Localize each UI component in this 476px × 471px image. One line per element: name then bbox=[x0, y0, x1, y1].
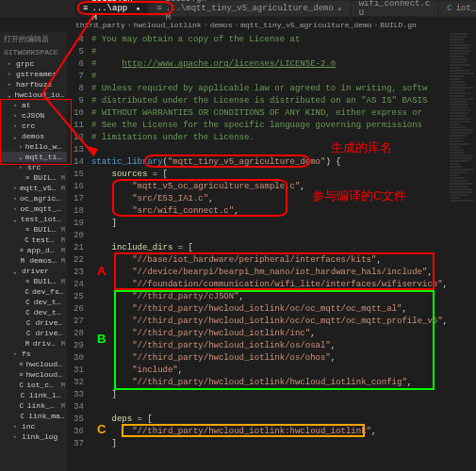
code-line[interactable]: "src/E53_IA1.c", bbox=[91, 193, 448, 205]
code-line[interactable]: "mqtt_v5_oc_agriculture_sample.c", bbox=[91, 181, 448, 193]
sidebar-item[interactable]: Cdriver.c bbox=[0, 317, 67, 328]
explorer-sidebar[interactable]: 打开的编辑器 GITWORKSPACE ›grpc›gstreamer›harf… bbox=[0, 32, 67, 471]
code-line[interactable]: # See the License for the specific langu… bbox=[91, 120, 448, 132]
sidebar-item[interactable]: ›src bbox=[0, 162, 67, 172]
sidebar-item[interactable]: ≡app_demo...M bbox=[0, 245, 67, 255]
code-content[interactable]: # You may obtain a copy of the License a… bbox=[88, 32, 448, 471]
breadcrumb-part[interactable]: mqtt_tiny_v5_agriculture_demo bbox=[240, 21, 371, 29]
code-line[interactable] bbox=[91, 401, 448, 414]
line-number: 12 bbox=[67, 132, 84, 144]
sidebar-item[interactable]: ⌄driver bbox=[0, 266, 67, 276]
sidebar-item[interactable]: ›inc bbox=[0, 421, 67, 431]
breadcrumb-part[interactable]: BUILD.gn bbox=[380, 21, 416, 29]
code-line[interactable]: "//third_party/hwcloud_iotlink/inc", bbox=[91, 328, 448, 340]
sidebar-item[interactable]: ›hello_world... bbox=[0, 141, 67, 152]
sidebar-item[interactable]: Cdev_test.c bbox=[0, 307, 67, 317]
code-line[interactable]: ] bbox=[91, 389, 448, 401]
code-line[interactable]: "//third_party/hwcloud_iotlink/hwcloud_i… bbox=[91, 377, 448, 389]
sidebar-item[interactable]: Clink_main.h bbox=[0, 411, 67, 421]
code-line[interactable]: deps = [ bbox=[91, 414, 448, 426]
code-line[interactable]: "//base/iot_hardware/peripheral/interfac… bbox=[91, 254, 448, 267]
open-editors-header[interactable]: 打开的编辑器 bbox=[0, 32, 67, 46]
sidebar-item[interactable]: ⌄hwcloud_iotlink bbox=[0, 89, 67, 100]
breadcrumb-part[interactable]: demos bbox=[209, 21, 232, 29]
code-line[interactable]: "//device/bearpi/bearpi_hm_nano/iot_hard… bbox=[91, 267, 448, 279]
sidebar-item[interactable]: ›fs bbox=[0, 349, 67, 359]
sidebar-item[interactable]: ›oc_mqtt_de... bbox=[0, 203, 67, 214]
workspace-header[interactable]: GITWORKSPACE bbox=[0, 46, 67, 58]
code-line[interactable]: ] bbox=[91, 438, 448, 450]
code-line[interactable]: # http://www.apache.org/licenses/LICENSE… bbox=[91, 58, 448, 71]
sidebar-item[interactable]: ›grpc bbox=[0, 58, 67, 69]
sidebar-item[interactable]: ›mqtt_v5_o...M bbox=[0, 183, 67, 193]
tab-build-gn-app[interactable]: ≡ BUILD.gn ...\app M ● bbox=[75, 1, 147, 16]
code-line[interactable]: sources = [ bbox=[91, 169, 448, 181]
sidebar-item-label: fs bbox=[22, 349, 31, 358]
sidebar-item[interactable]: Cdev_fs_test.c bbox=[0, 286, 67, 297]
sidebar-item[interactable]: ≡BUILD.gnM bbox=[0, 172, 67, 183]
sidebar-item-label: src bbox=[27, 163, 41, 171]
line-number: 21 bbox=[67, 242, 84, 254]
breadcrumb-part[interactable]: hwcloud_iotlink bbox=[134, 21, 202, 29]
sidebar-item[interactable]: ›harfbuzz bbox=[0, 79, 67, 89]
code-line[interactable]: "//third_party/hwcloud_iotlink/os/ohos", bbox=[91, 352, 448, 365]
sidebar-item[interactable]: ›at bbox=[0, 100, 67, 110]
code-line[interactable]: "//third_party/cJSON", bbox=[91, 291, 448, 303]
code-line[interactable]: # bbox=[91, 71, 448, 83]
tab-wifi-connect[interactable]: wifi_connect.c U bbox=[352, 1, 438, 16]
code-line[interactable]: # limitations under the License. bbox=[91, 132, 448, 144]
sidebar-item[interactable]: Clink_log.c bbox=[0, 390, 67, 400]
sidebar-item[interactable]: Ctest_main.cM bbox=[0, 235, 67, 245]
chevron-icon: › bbox=[8, 60, 13, 67]
sidebar-item[interactable]: Ciot_config.hM bbox=[0, 380, 67, 390]
code-line[interactable]: "//third_party/hwcloud_iotlink/oc/oc_mqt… bbox=[91, 303, 448, 316]
code-line[interactable]: "//foundation/communication/wifi_lite/in… bbox=[91, 279, 448, 291]
code-line[interactable]: # bbox=[91, 46, 448, 58]
code-line[interactable]: # You may obtain a copy of the License a… bbox=[91, 34, 448, 46]
code-line[interactable]: include_dirs = [ bbox=[91, 242, 448, 254]
tab-label: BUILD.gn ...\app M bbox=[91, 0, 132, 23]
chevron-icon: › bbox=[13, 205, 18, 212]
sidebar-item[interactable]: Mdemos.mkM bbox=[0, 255, 67, 266]
chevron-icon: ⌄ bbox=[13, 216, 18, 223]
sidebar-item[interactable]: ›oc_agricultu... bbox=[0, 193, 67, 203]
sidebar-item[interactable]: Mdriver.mkM bbox=[0, 338, 67, 349]
code-line[interactable]: "//third_party/hwcloud_iotlink/os/osal", bbox=[91, 340, 448, 352]
code-line[interactable]: ] bbox=[91, 218, 448, 230]
code-line[interactable]: "//third_party/hwcloud_iotlink/oc/oc_mqt… bbox=[91, 316, 448, 328]
sidebar-item-label: driver.h bbox=[35, 329, 64, 337]
code-line[interactable] bbox=[91, 144, 448, 156]
sidebar-item[interactable]: ≡hwcloud_iotli... bbox=[0, 369, 67, 380]
code-line[interactable]: "//third_party/hwcloud_iotlink:hwcloud_i… bbox=[91, 426, 448, 438]
sidebar-item[interactable]: ≡BUILD.gnM bbox=[0, 276, 67, 286]
sidebar-item[interactable]: ›link_log bbox=[0, 431, 67, 442]
sidebar-item[interactable]: ⌄mqtt_tiny_v... bbox=[0, 152, 67, 162]
file-icon: ≡ bbox=[20, 247, 25, 254]
code-editor[interactable]: 4567891011121314151617181920212223242526… bbox=[67, 32, 476, 471]
sidebar-item-label: at bbox=[22, 101, 31, 109]
code-line[interactable]: # distributed under the License is distr… bbox=[91, 95, 448, 107]
tab-build-gn-mqtt[interactable]: ≡ BUILD.gn ...\mqtt_tiny_v5_agriculture_… bbox=[149, 1, 349, 16]
sidebar-item[interactable]: ⌄demos bbox=[0, 131, 67, 141]
sidebar-item[interactable]: ›crc bbox=[0, 121, 67, 131]
code-line[interactable]: # Unless required by applicable law or a… bbox=[91, 83, 448, 95]
sidebar-item[interactable]: ⌄test_iotlink bbox=[0, 214, 67, 224]
sidebar-item[interactable]: ≡BUILD.gnM bbox=[0, 224, 67, 235]
sidebar-item[interactable]: Cdriver.h bbox=[0, 328, 67, 338]
code-line[interactable]: # WITHOUT WARRANTIES OR CONDITIONS OF AN… bbox=[91, 107, 448, 120]
code-line[interactable] bbox=[91, 230, 448, 242]
sidebar-item[interactable]: Clink_main.cM bbox=[0, 400, 67, 411]
git-status-badge: M bbox=[61, 226, 65, 234]
sidebar-item[interactable]: ›cJSON bbox=[0, 110, 67, 121]
breadcrumb-part[interactable]: third_party bbox=[75, 21, 125, 29]
minimap[interactable] bbox=[448, 32, 476, 471]
sidebar-item[interactable]: Cdev_test.c bbox=[0, 297, 67, 307]
tab-iot-config[interactable]: C iot_config.h ● bbox=[439, 1, 476, 16]
sidebar-item[interactable]: ≡hwcloud_iotli... bbox=[0, 359, 67, 369]
code-line[interactable]: "src/wifi_connect.c", bbox=[91, 205, 448, 218]
sidebar-item[interactable]: ›gstreamer bbox=[0, 69, 67, 79]
code-line[interactable]: static_library("mqtt_tiny_v5_agriculture… bbox=[91, 156, 448, 169]
file-icon: C bbox=[25, 288, 29, 296]
tab-close-icon[interactable]: × bbox=[337, 5, 342, 13]
code-line[interactable]: "include", bbox=[91, 365, 448, 377]
